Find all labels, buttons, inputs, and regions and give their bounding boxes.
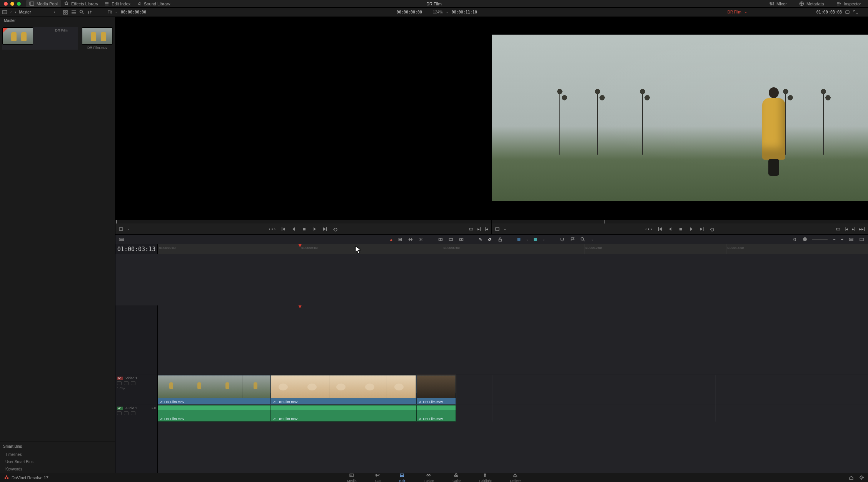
audio-clip[interactable]: DR Film.mov <box>158 405 271 422</box>
audio-clip[interactable]: DR Film.mov <box>416 405 456 422</box>
audio-track-header[interactable]: A1 Audio 1 2.0 <box>115 405 157 422</box>
video-lane[interactable]: DR Film.movDR Film.movDR Film.mov <box>158 375 868 405</box>
thumb-view-button[interactable] <box>63 10 68 15</box>
media-pool-panel-toggle[interactable]: Media Pool <box>26 0 61 7</box>
timeline-opts-a[interactable] <box>849 237 854 242</box>
inspector-panel-toggle[interactable]: Inspector <box>833 0 864 7</box>
src-go-start-button[interactable] <box>281 227 286 232</box>
marker-button[interactable]: ✎ <box>479 237 482 242</box>
page-tab-fusion[interactable]: Fusion <box>424 473 434 482</box>
audio-color-swatch[interactable] <box>534 238 537 241</box>
prg-inout-button[interactable] <box>836 227 841 232</box>
replace-clip-button[interactable] <box>459 237 464 242</box>
page-tab-media[interactable]: Media <box>347 473 357 482</box>
source-scrubber[interactable] <box>115 220 491 223</box>
project-settings-button[interactable] <box>859 475 864 480</box>
video-clip[interactable]: DR Film.mov <box>271 375 416 405</box>
overwrite-clip-button[interactable] <box>449 237 454 242</box>
prg-stop-button[interactable] <box>678 227 683 232</box>
zoom-chevron[interactable]: ⌄ <box>591 238 594 241</box>
src-mode-chevron[interactable]: ⌄ <box>127 227 130 231</box>
atrack-mute[interactable] <box>124 411 129 415</box>
src-loop-button[interactable] <box>333 227 338 232</box>
sort-button[interactable] <box>87 10 92 15</box>
minimize-window-button[interactable] <box>10 2 14 6</box>
prg-match-frame[interactable]: ‹ • › <box>645 227 652 231</box>
timeline-opts-b[interactable] <box>859 237 864 242</box>
prg-mode-chevron[interactable]: ⌄ <box>504 227 506 231</box>
timeline-name-chevron[interactable]: ⌄ <box>744 10 747 14</box>
close-window-button[interactable] <box>4 2 8 6</box>
src-stop-button[interactable] <box>302 227 307 232</box>
vtrack-enable[interactable] <box>131 381 135 385</box>
track-lanes[interactable]: DR Film.movDR Film.movDR Film.mov DR Fil… <box>158 305 868 473</box>
prg-next-edit[interactable]: ▸| <box>852 227 855 232</box>
record-options[interactable]: ⋯ <box>861 10 866 14</box>
src-go-end-button[interactable] <box>322 227 327 232</box>
src-match-frame[interactable]: ‹ • › <box>269 227 275 231</box>
source-fit-chevron[interactable]: ⌄ <box>115 10 118 14</box>
timeline-view-options[interactable] <box>119 237 124 242</box>
vtrack-lock[interactable] <box>117 381 122 385</box>
prg-mode-button[interactable] <box>495 227 500 232</box>
bin-options-button[interactable]: ⋯ <box>95 10 100 14</box>
timeline-name[interactable]: DR Film <box>728 10 741 14</box>
link-button[interactable] <box>487 237 492 242</box>
home-button[interactable] <box>849 475 854 480</box>
audio-lane[interactable]: DR Film.movDR Film.movDR Film.mov <box>158 405 868 422</box>
video-clip[interactable]: DR Film.mov <box>416 375 456 405</box>
snap-button[interactable] <box>560 237 565 242</box>
source-fit-label[interactable]: Fit <box>108 10 112 14</box>
zoom-timeline-button[interactable] <box>581 237 586 242</box>
metadata-panel-toggle[interactable]: Metadata <box>796 0 827 7</box>
full-screen-button[interactable] <box>853 10 858 15</box>
video-clip[interactable]: DR Film.mov <box>158 375 271 405</box>
src-mode-button[interactable] <box>119 227 124 232</box>
atrack-solo[interactable] <box>131 411 135 415</box>
prg-prev-edit[interactable]: |◂ <box>845 227 848 232</box>
video-track-header[interactable]: V1 Video 1 1 Clip <box>115 375 157 405</box>
src-inout-button[interactable] <box>469 227 474 232</box>
prg-play-button[interactable] <box>689 227 694 232</box>
audio-mute-button[interactable] <box>793 237 798 242</box>
selection-tool[interactable]: ▴ <box>390 237 392 242</box>
zoom-out-button[interactable]: − <box>833 237 835 242</box>
prg-step-back-button[interactable] <box>668 227 673 232</box>
page-tab-deliver[interactable]: Deliver <box>510 473 521 482</box>
prg-go-start-button[interactable] <box>658 227 663 232</box>
prg-loop-button[interactable] <box>709 227 714 232</box>
atrack-lock[interactable] <box>117 411 122 415</box>
program-canvas[interactable] <box>492 17 868 220</box>
trim-tool[interactable] <box>398 237 403 242</box>
page-tab-fairlight[interactable]: Fairlight <box>479 473 492 482</box>
list-view-button[interactable] <box>71 10 76 15</box>
src-prev-edit[interactable]: |◂ <box>485 227 488 232</box>
blade-tool[interactable] <box>419 237 424 242</box>
mixer-panel-toggle[interactable]: Mixer <box>766 0 790 7</box>
program-scrubber[interactable] <box>492 220 868 223</box>
search-button[interactable] <box>79 10 84 15</box>
effects-library-panel-toggle[interactable]: Effects Library <box>61 0 101 7</box>
page-tab-cut[interactable]: Cut <box>375 473 381 482</box>
bin-fwd-button[interactable]: › <box>15 10 16 14</box>
zoom-in-button[interactable]: + <box>841 237 843 242</box>
flag-button[interactable] <box>570 237 575 242</box>
video-color-swatch[interactable] <box>517 238 521 241</box>
smart-bin-item[interactable]: Keywords <box>0 465 115 473</box>
lock-button[interactable] <box>498 237 503 242</box>
src-play-button[interactable] <box>312 227 317 232</box>
src-options[interactable]: ⋯ <box>425 10 430 14</box>
smart-bin-item[interactable]: Timelines <box>0 451 115 458</box>
insert-clip-button[interactable] <box>438 237 443 242</box>
prg-last-edit[interactable]: ▸▸| <box>859 227 865 232</box>
media-clip-thumb[interactable]: DR Film.mov <box>82 27 113 50</box>
bin-header[interactable]: Master <box>0 17 115 24</box>
breadcrumb-root[interactable]: Master <box>19 10 31 14</box>
smart-bin-item[interactable]: User Smart Bins <box>0 458 115 465</box>
source-canvas[interactable] <box>115 17 491 220</box>
page-tab-color[interactable]: Color <box>452 473 461 482</box>
bin-list-view-button[interactable] <box>2 10 7 15</box>
maximize-window-button[interactable] <box>17 2 21 6</box>
edit-index-panel-toggle[interactable]: Edit Index <box>101 0 134 7</box>
timeline-ruler[interactable]: 01:00:00:0001:00:04:0001:00:08:0001:00:1… <box>158 244 868 254</box>
